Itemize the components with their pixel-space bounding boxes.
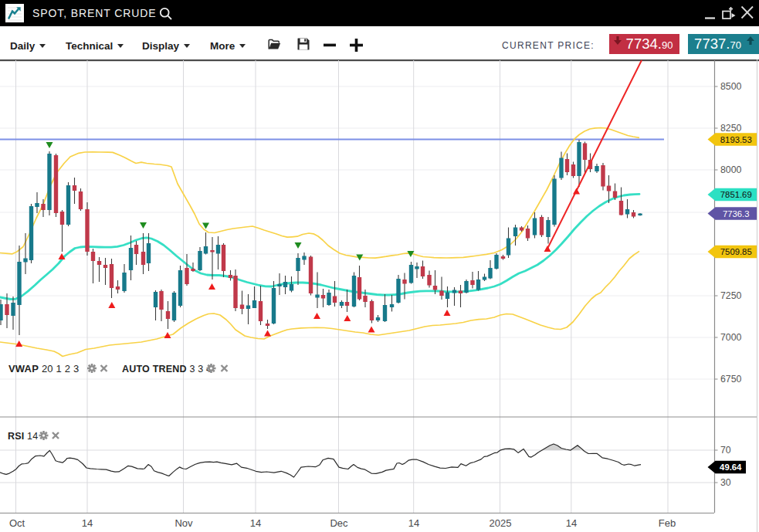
svg-text:14: 14 — [250, 517, 261, 529]
svg-text:VWAP 20 1 2 3: VWAP 20 1 2 3 — [8, 363, 80, 374]
svg-text:Nov: Nov — [175, 517, 193, 529]
svg-text:14: 14 — [82, 517, 93, 529]
svg-text:8250: 8250 — [720, 123, 742, 134]
svg-text:Oct: Oct — [9, 517, 25, 529]
svg-text:7000: 7000 — [720, 332, 742, 343]
svg-text:6750: 6750 — [720, 374, 742, 385]
svg-text:7736.3: 7736.3 — [723, 209, 750, 219]
svg-text:7851.69: 7851.69 — [720, 190, 752, 199]
svg-text:AUTO TREND 3 3 4: AUTO TREND 3 3 4 — [122, 364, 212, 374]
svg-text:8000: 8000 — [720, 164, 742, 175]
svg-text:Feb: Feb — [659, 517, 676, 529]
svg-text:14: 14 — [408, 517, 419, 529]
svg-text:14: 14 — [566, 517, 577, 529]
svg-text:30: 30 — [720, 477, 731, 488]
svg-text:RSI 14: RSI 14 — [8, 431, 38, 442]
svg-text:49.64: 49.64 — [720, 463, 742, 472]
svg-text:8500: 8500 — [720, 81, 742, 92]
svg-text:70: 70 — [720, 445, 731, 456]
svg-text:7509.85: 7509.85 — [720, 247, 752, 256]
svg-text:2025: 2025 — [490, 517, 512, 529]
svg-text:7250: 7250 — [720, 290, 742, 301]
svg-text:8193.53: 8193.53 — [720, 135, 752, 144]
svg-text:Dec: Dec — [330, 517, 348, 529]
